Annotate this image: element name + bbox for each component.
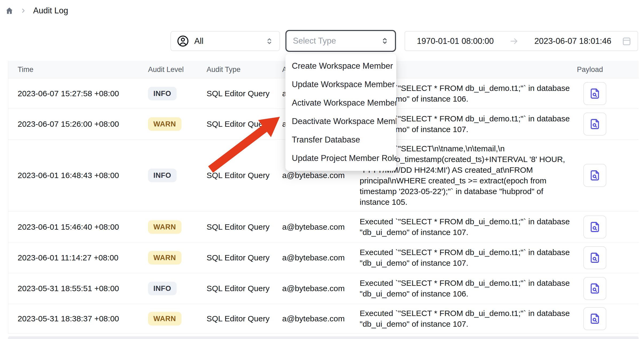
file-search-icon (588, 312, 601, 325)
table-row: 2023-06-01 11:14:27 +08:00 WARN SQL Edit… (8, 242, 639, 273)
payload-view-button[interactable] (583, 82, 606, 105)
row-time: 2023-06-01 16:48:43 +08:00 (18, 171, 119, 180)
row-comment: Executed `"SELECT * FROM db_ui_demo.t1;"… (360, 278, 596, 299)
row-actor: a@bytebase.com (282, 253, 345, 262)
type-filter-dropdown: Create Workspace Member Update Workspace… (285, 54, 396, 171)
row-time: 2023-06-01 15:46:40 +08:00 (18, 222, 119, 232)
audit-log-page: Audit Log All Select Type 1970-01-01 08:… (0, 0, 644, 339)
menu-item-update-workspace-member[interactable]: Update Workspace Member (285, 75, 396, 94)
audit-level-badge: INFO (148, 169, 177, 182)
table-row: 2023-05-31 18:55:51 +08:00 INFO SQL Edit… (8, 273, 639, 304)
row-time: 2023-05-31 18:55:51 +08:00 (18, 284, 119, 293)
file-search-icon (588, 221, 601, 233)
row-comment: Executed `"SELECT * FROM db_ui_demo.t1;"… (360, 216, 596, 238)
audit-level-badge: WARN (148, 220, 181, 234)
audit-level-badge: INFO (148, 282, 177, 295)
breadcrumb: Audit Log (5, 6, 68, 16)
row-actor: a@bytebase.com (282, 284, 345, 293)
file-search-icon (588, 118, 601, 130)
payload-view-button[interactable] (583, 164, 606, 187)
row-time: 2023-05-31 18:38:37 +08:00 (18, 314, 119, 323)
audit-level-badge: INFO (148, 87, 177, 100)
user-filter-select[interactable]: All (170, 31, 280, 51)
row-time: 2023-06-01 11:14:27 +08:00 (18, 253, 118, 262)
chevron-up-down-icon (381, 37, 389, 45)
date-range-end[interactable]: 2023-06-07 18:01:46 (534, 36, 611, 46)
row-actor: a@bytebase.com (282, 171, 345, 180)
file-search-icon (588, 282, 601, 295)
date-range-picker[interactable]: 1970-01-01 08:00:00 2023-06-07 18:01:46 (405, 31, 638, 51)
menu-item-transfer-database[interactable]: Transfer Database (285, 130, 396, 149)
next-row-edge (8, 336, 639, 339)
table-row: 2023-05-31 18:38:37 +08:00 WARN SQL Edit… (8, 304, 639, 334)
file-search-icon (588, 169, 601, 182)
row-time: 2023-06-07 15:27:58 +08:00 (18, 89, 119, 98)
date-range-start[interactable]: 1970-01-01 08:00:00 (417, 36, 494, 46)
row-audit-type: SQL Editor Query (207, 284, 270, 293)
audit-level-badge: WARN (148, 251, 181, 265)
row-comment: Executed `"SELECT * FROM db_ui_demo.t1;"… (360, 308, 596, 329)
chevron-up-down-icon (265, 37, 274, 45)
row-audit-type: SQL Editor Query (207, 89, 270, 98)
calendar-icon (622, 36, 632, 46)
payload-view-button[interactable] (583, 277, 606, 300)
row-time: 2023-06-07 15:26:00 +08:00 (18, 120, 119, 129)
payload-view-button[interactable] (583, 215, 606, 238)
chevron-right-icon (20, 8, 26, 14)
home-icon[interactable] (5, 7, 13, 15)
menu-item-deactivate-workspace-member[interactable]: Deactivate Workspace Member (285, 112, 396, 130)
user-filter-value: All (194, 36, 203, 46)
type-filter-select[interactable]: Select Type (285, 30, 396, 52)
audit-level-badge: WARN (148, 312, 181, 326)
red-arrow-annotation (203, 111, 289, 176)
table-row: 2023-06-01 15:46:40 +08:00 WARN SQL Edit… (8, 211, 639, 242)
row-audit-type: SQL Editor Query (207, 222, 270, 232)
header-audit-type: Audit Type (207, 66, 240, 74)
payload-view-button[interactable] (583, 246, 606, 269)
header-payload: Payload (577, 66, 603, 74)
row-audit-type: SQL Editor Query (207, 314, 270, 323)
file-search-icon (588, 87, 601, 100)
audit-level-badge: WARN (148, 117, 181, 131)
user-circle-icon (177, 35, 189, 47)
row-comment: Executed `"SELECT * FROM db_ui_demo.t1;"… (360, 247, 596, 268)
arrow-right-icon (509, 36, 519, 46)
menu-item-update-project-member-role[interactable]: Update Project Member Role (285, 149, 396, 167)
page-title: Audit Log (33, 6, 68, 16)
menu-item-activate-workspace-member[interactable]: Activate Workspace Member (285, 94, 396, 112)
menu-item-create-workspace-member[interactable]: Create Workspace Member (285, 57, 396, 75)
payload-view-button[interactable] (583, 113, 606, 136)
type-filter-placeholder: Select Type (293, 36, 336, 46)
header-audit-level: Audit Level (148, 66, 184, 74)
row-actor: a@bytebase.com (282, 314, 345, 323)
row-audit-type: SQL Editor Query (207, 253, 270, 262)
row-actor: a@bytebase.com (282, 222, 345, 232)
file-search-icon (588, 251, 601, 264)
payload-view-button[interactable] (583, 307, 606, 330)
header-time: Time (18, 66, 33, 74)
